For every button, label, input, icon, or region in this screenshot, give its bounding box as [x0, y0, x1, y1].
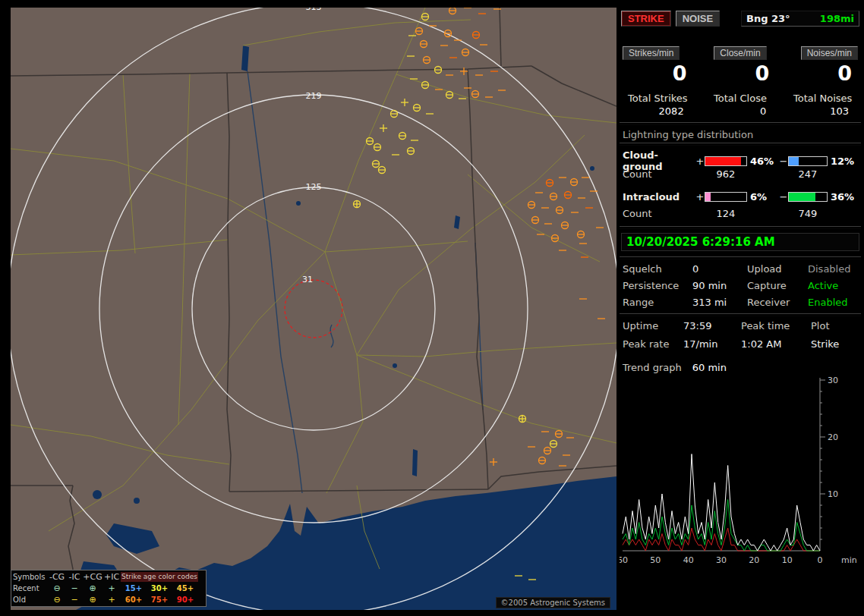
cg-neg-recent-icon: ⊖	[48, 583, 66, 593]
ring-label-219: 219	[306, 91, 322, 101]
cg-negative-bar	[788, 156, 828, 166]
ic-pos-recent-icon: +	[102, 583, 121, 593]
ic-pos-old-icon: +	[102, 595, 121, 605]
indicator-row: STRIKE NOISE Bng 23° 198mi	[621, 11, 859, 27]
plus-sign: +	[695, 191, 705, 203]
cloud-ground-count-row: Count 962 247	[623, 166, 858, 181]
range-value: 313 mi	[692, 297, 747, 308]
legend-col-ic-neg: -IC	[66, 572, 83, 582]
distance-value: 198mi	[820, 13, 854, 24]
ic-negative-pct: 36%	[828, 191, 858, 203]
ring-labels: 313 219 125 31	[302, 8, 322, 284]
svg-text:60: 60	[620, 555, 628, 565]
rate-values-row: 0 0 0	[616, 61, 864, 85]
trend-graph-header: Trend graph 60 min	[623, 362, 858, 373]
peak-rate-label: Peak rate	[623, 338, 683, 350]
plot-label: Plot	[811, 320, 858, 332]
cloud-ground-row: Cloud-ground + 46% − 12%	[623, 149, 858, 165]
intracloud-count-row: Count 124 749	[623, 206, 858, 221]
peak-rate-value: 17/min	[683, 338, 741, 350]
uptime-value: 73:59	[683, 320, 741, 332]
plot-value: Strike	[811, 338, 858, 350]
count-label: Count	[623, 208, 695, 219]
cg-positive-bar-fill	[705, 157, 741, 165]
copyright-notice: ©2005 Astrogenic Systems	[496, 597, 610, 608]
total-close-value: 0	[699, 105, 782, 117]
rate-header-row: Strikes/min Close/min Noises/min	[623, 46, 858, 60]
total-close-label: Total Close	[699, 93, 782, 104]
receiver-status: Enabled	[808, 297, 858, 308]
legend-old-label: Old	[13, 596, 48, 604]
svg-text:10: 10	[828, 489, 838, 499]
trend-graph-canvas: 1020306050403020100min	[620, 376, 862, 567]
noises-per-min-button[interactable]: Noises/min	[801, 46, 858, 60]
stats-grid: Uptime 73:59 Peak time Plot Peak rate 17…	[623, 320, 858, 350]
intracloud-row: Intracloud + 6% − 36%	[623, 189, 858, 204]
cg-positive-pct: 46%	[747, 156, 779, 167]
cg-pos-old-icon: ⊕	[83, 595, 102, 605]
age-15: 15+	[121, 584, 147, 592]
lightning-map[interactable]: 313 219 125 31 Symbols -CG -IC +CG +IC S…	[11, 8, 616, 610]
count-label: Count	[623, 168, 695, 180]
upload-status: Disabled	[808, 263, 858, 275]
cg-pos-recent-icon: ⊕	[83, 583, 102, 593]
trend-window-value: 60 min	[692, 362, 727, 373]
divider	[620, 313, 861, 316]
symbol-legend: Symbols -CG -IC +CG +IC Strike age color…	[11, 570, 207, 607]
cg-negative-bar-fill	[789, 157, 799, 165]
receiver-label: Receiver	[747, 297, 808, 308]
trend-graph-label: Trend graph	[623, 362, 682, 373]
noises-per-min-value: 0	[781, 61, 864, 85]
squelch-label: Squelch	[623, 263, 692, 275]
water-layer	[76, 46, 616, 610]
age-45: 45+	[172, 584, 198, 592]
divider	[620, 226, 861, 229]
cg-neg-old-icon: ⊖	[48, 595, 66, 605]
svg-text:50: 50	[650, 555, 661, 565]
total-strikes-label: Total Strikes	[616, 93, 699, 104]
persistence-value: 90 min	[692, 280, 747, 291]
strike-indicator-button[interactable]: STRIKE	[621, 11, 671, 27]
peak-time-label: Peak time	[741, 320, 811, 332]
divider	[620, 256, 861, 259]
capture-label: Capture	[747, 280, 808, 291]
divider	[620, 143, 861, 146]
ring-label-31: 31	[302, 275, 313, 284]
close-per-min-value: 0	[699, 61, 782, 85]
ic-positive-pct: 6%	[747, 191, 779, 203]
svg-text:30: 30	[716, 555, 727, 565]
total-strikes-value: 2082	[616, 105, 699, 117]
svg-text:40: 40	[683, 555, 694, 565]
strikes-per-min-button[interactable]: Strikes/min	[623, 46, 680, 60]
age-75: 75+	[147, 596, 172, 604]
legend-col-cg-pos: +CG	[83, 572, 102, 582]
legend-col-ic-pos: +IC	[102, 572, 121, 582]
cg-positive-bar	[705, 156, 747, 166]
totals-row: Total Strikes Total Close Total Noises 2…	[616, 93, 864, 117]
intracloud-label: Intracloud	[623, 191, 695, 203]
capture-status: Active	[808, 280, 858, 291]
divider	[620, 122, 861, 125]
nexstorm-window: 313 219 125 31 Symbols -CG -IC +CG +IC S…	[0, 0, 864, 616]
total-noises-label: Total Noises	[781, 93, 864, 104]
settings-grid: Squelch 0 Upload Disabled Persistence 90…	[623, 263, 858, 308]
age-60: 60+	[121, 596, 147, 604]
close-per-min-button[interactable]: Close/min	[714, 46, 766, 60]
close-alarm-ring	[285, 280, 342, 338]
ic-neg-recent-icon: −	[66, 583, 83, 593]
bearing-value: Bng 23°	[746, 13, 790, 24]
plus-sign: +	[695, 156, 705, 167]
age-30: 30+	[147, 584, 172, 592]
persistence-label: Persistence	[623, 280, 692, 291]
legend-recent-label: Recent	[13, 584, 48, 592]
noise-indicator-button[interactable]: NOISE	[676, 11, 720, 27]
legend-col-cg-neg: -CG	[48, 572, 66, 582]
svg-text:min: min	[841, 555, 857, 565]
datetime-display: 10/20/2025 6:29:16 AM	[621, 233, 859, 251]
ring-label-125: 125	[306, 182, 322, 192]
ring-label-313: 313	[306, 8, 322, 12]
upload-label: Upload	[747, 263, 808, 275]
svg-text:20: 20	[749, 555, 759, 565]
status-panel: STRIKE NOISE Bng 23° 198mi Strikes/min C…	[616, 0, 864, 616]
peak-time-value: 1:02 AM	[741, 338, 811, 350]
